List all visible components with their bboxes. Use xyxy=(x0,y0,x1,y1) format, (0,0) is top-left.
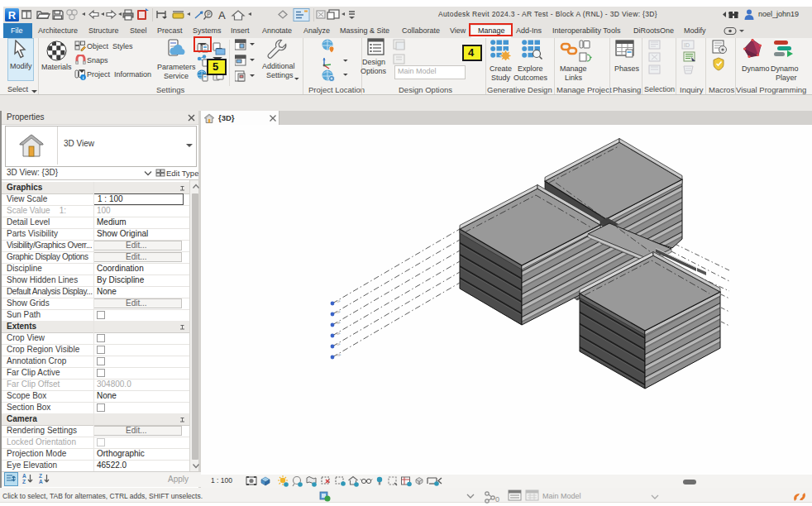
svg-text:1F: 1F xyxy=(337,299,341,303)
svg-text:A: A xyxy=(22,473,26,479)
svg-text:A: A xyxy=(39,479,43,485)
svg-text:A: A xyxy=(218,9,226,21)
svg-text:P: P xyxy=(207,12,210,17)
svg-text:4F: 4F xyxy=(337,332,341,336)
svg-text:R: R xyxy=(8,9,17,21)
svg-text:3F: 3F xyxy=(337,321,341,325)
svg-text:Z: Z xyxy=(39,473,42,479)
svg-text:0: 0 xyxy=(495,495,499,504)
svg-text:Z: Z xyxy=(22,479,26,485)
svg-text:RF: RF xyxy=(337,353,342,357)
svg-text:5F: 5F xyxy=(337,342,341,346)
svg-text:ID: ID xyxy=(684,42,690,48)
svg-text:2F: 2F xyxy=(337,310,341,314)
